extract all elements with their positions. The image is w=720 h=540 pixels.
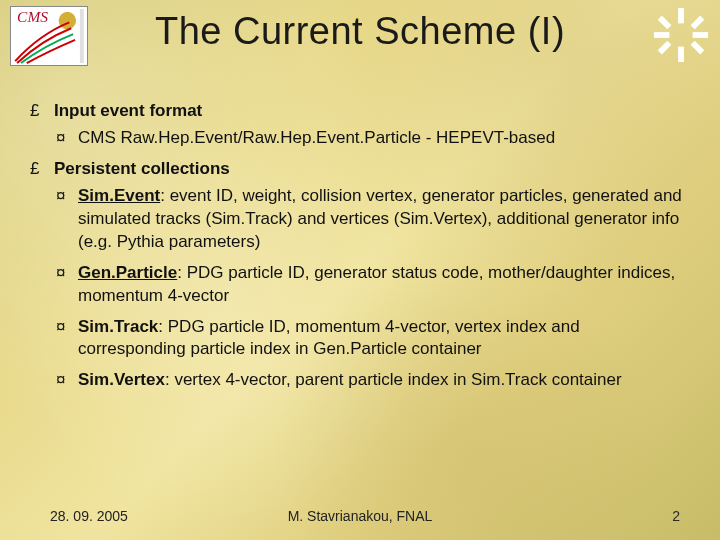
footer: 28. 09. 2005 M. Stavrianakou, FNAL 2 (0, 508, 720, 524)
bullet-persistent: Persistent collections (30, 158, 690, 181)
footer-author: M. Stavrianakou, FNAL (0, 508, 720, 524)
slide-body: Input event format CMS Raw.Hep.Event/Raw… (30, 100, 690, 400)
bullet-sim-event: Sim.Event: event ID, weight, collision v… (30, 185, 690, 254)
sim-vertex-body: : vertex 4-vector, parent particle index… (165, 370, 622, 389)
bullet-sim-track: Sim.Track: PDG particle ID, momentum 4-v… (30, 316, 690, 362)
bullet-sim-vertex: Sim.Vertex: vertex 4-vector, parent part… (30, 369, 690, 392)
slide: CMS The Current Scheme (I) Input eve (0, 0, 720, 540)
sim-vertex-lead: Sim.Vertex (78, 370, 165, 389)
bullet-input-format: Input event format (30, 100, 690, 123)
sim-track-lead: Sim.Track (78, 317, 158, 336)
gen-particle-lead: Gen.Particle (78, 263, 177, 282)
slide-title: The Current Scheme (I) (0, 10, 720, 53)
sim-event-lead: Sim.Event (78, 186, 160, 205)
sim-event-body: : event ID, weight, collision vertex, ge… (78, 186, 682, 251)
bullet-cms-rawhep: CMS Raw.Hep.Event/Raw.Hep.Event.Particle… (30, 127, 690, 150)
bullet-gen-particle: Gen.Particle: PDG particle ID, generator… (30, 262, 690, 308)
